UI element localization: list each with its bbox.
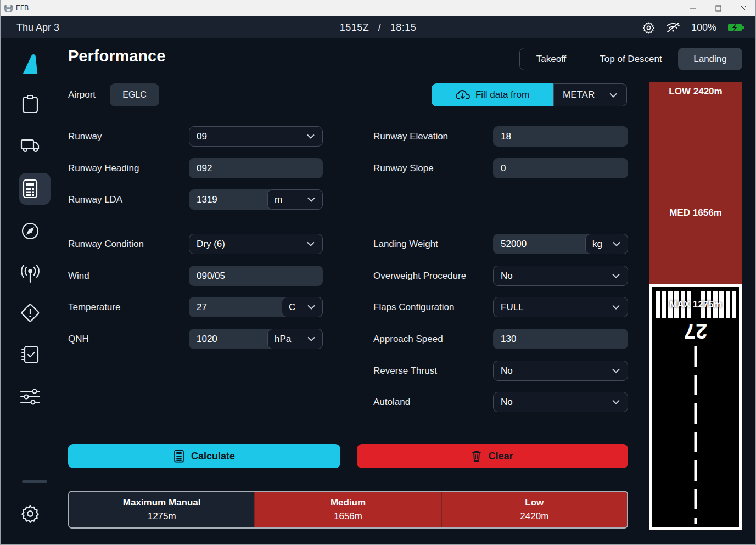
tab-landing[interactable]: Landing bbox=[678, 48, 742, 70]
low-distance-label: LOW 2420m bbox=[649, 86, 742, 97]
battery-percent: 100% bbox=[691, 22, 716, 33]
chevron-down-icon bbox=[612, 273, 620, 278]
window-title: EFB bbox=[16, 4, 29, 12]
field-label: Landing Weight bbox=[373, 234, 438, 254]
sliders-icon bbox=[20, 387, 41, 406]
flaps-configuration-select[interactable]: FULL bbox=[493, 297, 628, 317]
calculate-label: Calculate bbox=[191, 451, 235, 462]
sidebar-item-alerts[interactable] bbox=[0, 303, 60, 323]
result-low: Low 2420m bbox=[441, 492, 627, 527]
tab-top-of-descent[interactable]: Top of Descent bbox=[583, 48, 679, 70]
runway-number: 27 bbox=[652, 319, 739, 342]
fill-data-button[interactable]: Fill data from bbox=[432, 83, 553, 106]
chevron-down-icon bbox=[612, 400, 620, 404]
runway-slope-input[interactable]: 0 bbox=[493, 158, 628, 178]
temperature-field: 27 C bbox=[189, 297, 323, 317]
field-label: Runway LDA bbox=[68, 189, 122, 210]
temperature-unit-select[interactable]: C bbox=[282, 297, 323, 317]
clear-button[interactable]: Clear bbox=[357, 444, 628, 468]
reverse-thrust-value: No bbox=[501, 366, 513, 377]
max-distance-label: MAX 1275m bbox=[652, 299, 739, 310]
overweight-procedure-select[interactable]: No bbox=[493, 266, 628, 286]
utc-time: 1515Z bbox=[340, 22, 369, 33]
fill-source-select[interactable]: METAR bbox=[553, 83, 627, 106]
sidebar-item-performance[interactable] bbox=[0, 179, 60, 199]
sidebar-item-checklist[interactable] bbox=[0, 345, 60, 364]
runway-heading-input[interactable]: 092 bbox=[189, 158, 323, 178]
airport-label: Airport bbox=[68, 83, 96, 106]
landing-weight-field: 52000 kg bbox=[493, 234, 628, 254]
mode-tabs: Takeoff Top of Descent Landing bbox=[519, 48, 742, 70]
sidebar-item-navigation[interactable] bbox=[0, 222, 60, 240]
close-button[interactable] bbox=[731, 0, 756, 16]
runway-diagram: MAX 1275m 27 bbox=[649, 284, 742, 530]
result-value: 1275m bbox=[148, 511, 176, 522]
fill-data-group: Fill data from METAR bbox=[432, 83, 627, 106]
tab-takeoff[interactable]: Takeoff bbox=[520, 48, 583, 70]
wind-input[interactable]: 090/05 bbox=[189, 266, 323, 286]
results-bar: Maximum Manual 1275m Medium 1656m Low 24… bbox=[68, 491, 628, 529]
chevron-down-icon bbox=[307, 305, 316, 310]
sidebar-item-ground-ops[interactable] bbox=[0, 137, 60, 154]
chevron-down-icon bbox=[307, 197, 316, 202]
runway-centerline bbox=[695, 346, 697, 524]
clipboard-icon bbox=[21, 94, 39, 114]
field-label: Reverse Thrust bbox=[373, 361, 437, 381]
field-label: QNH bbox=[68, 329, 89, 349]
overweight-procedure-value: No bbox=[501, 271, 513, 282]
runway-select[interactable]: 09 bbox=[189, 126, 323, 147]
field-label: Runway Slope bbox=[373, 158, 434, 178]
wifi-off-icon bbox=[666, 21, 680, 34]
autoland-select[interactable]: No bbox=[493, 392, 628, 412]
calculate-button[interactable]: Calculate bbox=[68, 444, 340, 468]
fill-source-value: METAR bbox=[563, 89, 595, 100]
calculator-icon bbox=[22, 179, 38, 199]
field-label: Runway bbox=[68, 126, 102, 147]
result-label: Low bbox=[525, 497, 544, 508]
trash-icon bbox=[472, 450, 481, 462]
settings-gear-icon[interactable] bbox=[642, 21, 655, 34]
qnh-unit-select[interactable]: hPa bbox=[267, 329, 323, 349]
sidebar-item-radio[interactable] bbox=[0, 265, 60, 283]
sidebar-item-flightplan[interactable] bbox=[0, 94, 60, 114]
chevron-down-icon bbox=[307, 336, 316, 341]
sidebar-divider bbox=[22, 480, 47, 483]
field-label: Runway Heading bbox=[68, 158, 139, 178]
field-label: Runway Elevation bbox=[373, 126, 448, 147]
runway-lda-unit-select[interactable]: m bbox=[267, 189, 323, 210]
airport-value-button[interactable]: EGLC bbox=[110, 83, 159, 106]
airline-logo bbox=[0, 53, 60, 75]
result-label: Medium bbox=[331, 497, 366, 508]
med-distance-label: MED 1656m bbox=[649, 207, 742, 218]
result-maximum-manual: Maximum Manual 1275m bbox=[69, 492, 254, 527]
field-label: Flaps Configuration bbox=[373, 297, 454, 317]
page-title: Performance bbox=[68, 47, 165, 65]
chevron-down-icon bbox=[612, 305, 620, 310]
compass-icon bbox=[21, 222, 40, 240]
app-icon bbox=[4, 5, 13, 12]
maximize-button[interactable] bbox=[705, 0, 731, 16]
sidebar-item-options[interactable] bbox=[0, 387, 60, 406]
fill-data-label: Fill data from bbox=[475, 89, 529, 100]
chevron-down-icon bbox=[306, 241, 315, 246]
clear-label: Clear bbox=[488, 451, 513, 462]
runway-elevation-input[interactable]: 18 bbox=[493, 126, 628, 147]
gear-icon bbox=[20, 504, 40, 524]
chevron-down-icon bbox=[306, 134, 315, 139]
checklist-notebook-icon bbox=[21, 345, 40, 364]
result-medium: Medium 1656m bbox=[254, 492, 440, 527]
antenna-icon bbox=[20, 265, 41, 283]
autoland-value: No bbox=[501, 397, 513, 408]
runway-condition-select[interactable]: Dry (6) bbox=[189, 234, 323, 254]
overrun-zone: LOW 2420m MED 1656m bbox=[649, 82, 742, 284]
landing-weight-unit-select[interactable]: kg bbox=[585, 234, 628, 254]
unit-value: C bbox=[289, 302, 295, 313]
result-label: Maximum Manual bbox=[123, 497, 201, 508]
field-label: Approach Speed bbox=[373, 329, 443, 349]
truck-icon bbox=[20, 137, 40, 154]
sidebar-item-settings[interactable] bbox=[0, 504, 60, 524]
minimize-button[interactable] bbox=[680, 0, 705, 16]
approach-speed-input[interactable]: 130 bbox=[493, 329, 628, 349]
chevron-down-icon bbox=[609, 93, 618, 98]
reverse-thrust-select[interactable]: No bbox=[493, 361, 628, 381]
